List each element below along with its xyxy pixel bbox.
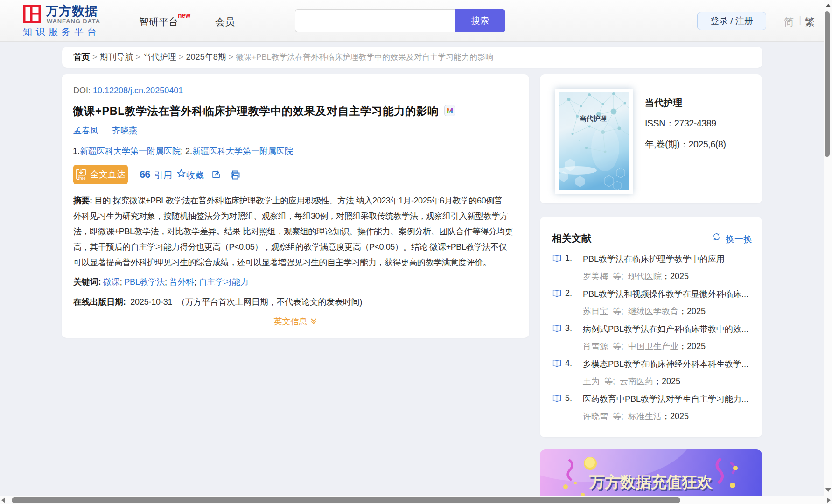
svg-text:万方数据充值狂欢: 万方数据充值狂欢 (589, 473, 713, 490)
svg-text:当代护理: 当代护理 (580, 115, 607, 122)
svg-text:free: free (78, 175, 86, 180)
